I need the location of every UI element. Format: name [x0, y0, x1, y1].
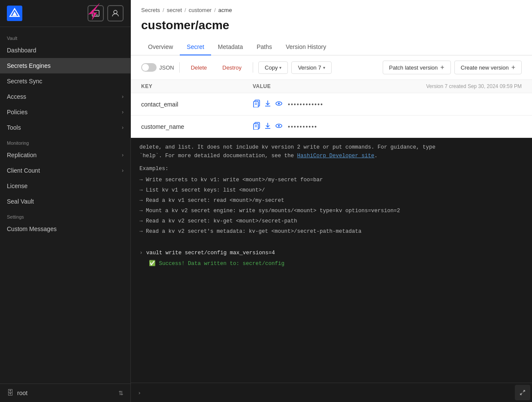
terminal-input-row: ›: [131, 383, 532, 402]
terminal-content: delete, and list. It does not include kv…: [131, 138, 532, 275]
settings-section-label: Settings: [0, 209, 130, 221]
sidebar-item-seal-vault[interactable]: Seal Vault: [0, 194, 130, 209]
copy-dropdown[interactable]: Copy ▾: [258, 61, 288, 74]
col-value-header: Value: [253, 83, 426, 89]
json-toggle[interactable]: [141, 63, 157, 72]
secret-value-customer-name: ••••••••••: [288, 123, 317, 130]
terminal-command-line: › vault write secret/config max_versions…: [139, 249, 523, 258]
table-header: Key Value Version 7 created Sep 30, 2024…: [131, 80, 532, 93]
main-panel: Secrets / secret / customer / acme custo…: [131, 0, 532, 402]
sidebar-item-client-count[interactable]: Client Count ›: [0, 163, 130, 178]
sidebar: Vault Dashboard Secrets Engines Secrets …: [0, 0, 131, 402]
secret-actions-customer-name: [253, 122, 283, 131]
toolbar: JSON Delete Destroy Copy ▾ Version 7 ▾ P…: [131, 55, 532, 80]
plus-icon: +: [511, 64, 515, 71]
page-title: customer/acme: [131, 15, 532, 39]
terminal-example-4: → Mount a kv v2 secret engine: write sys…: [139, 206, 523, 216]
hashicorp-dev-link[interactable]: HashiCorp Developer site: [297, 153, 375, 159]
chevron-right-icon: ›: [122, 94, 124, 100]
svg-point-13: [278, 103, 280, 104]
terminal-examples-label: Examples:: [139, 164, 523, 173]
delete-button[interactable]: Delete: [185, 62, 213, 73]
terminal-example-3: → Read a kv v1 secret: read <mount>/my-s…: [139, 195, 523, 206]
tab-overview[interactable]: Overview: [141, 39, 180, 55]
terminal-prompt-arrow: ›: [139, 249, 143, 258]
sidebar-item-custom-messages[interactable]: Custom Messages: [0, 221, 130, 237]
secret-key-contact-email: contact_email: [141, 101, 253, 108]
copy-secret-icon[interactable]: [253, 122, 260, 131]
terminal-intro-text: delete, and list. It does not include kv…: [139, 143, 523, 152]
sidebar-item-label-custom-messages: Custom Messages: [7, 225, 57, 232]
user-icon-button[interactable]: [107, 5, 124, 21]
breadcrumb-secret[interactable]: secret: [167, 7, 182, 13]
secret-row-contact-email: contact_email: [131, 93, 532, 116]
version-label: Version 7: [298, 64, 321, 71]
col-key-header: Key: [141, 83, 253, 89]
terminal-expand-button[interactable]: [515, 385, 530, 400]
sidebar-footer-label: root: [17, 390, 27, 396]
breadcrumb: Secrets / secret / customer / acme: [131, 0, 532, 15]
breadcrumb-secrets[interactable]: Secrets: [141, 7, 160, 13]
svg-point-21: [278, 125, 280, 127]
reveal-secret-icon[interactable]: [275, 122, 283, 131]
breadcrumb-sep-3: /: [214, 7, 216, 13]
sidebar-item-label-tools: Tools: [7, 124, 21, 131]
vault-logo: [7, 6, 22, 21]
secret-row-customer-name: customer_name: [131, 116, 532, 138]
sidebar-header: [0, 0, 130, 27]
patch-latest-version-button[interactable]: Patch latest version +: [383, 61, 451, 74]
terminal-success-message: Success! Data written to: secret/config: [159, 261, 285, 267]
terminal-example-1: → Write secrets to kv v1: write <mount>/…: [139, 175, 523, 185]
sidebar-item-access[interactable]: Access ›: [0, 89, 130, 104]
terminal-input[interactable]: [145, 385, 513, 400]
tab-paths[interactable]: Paths: [250, 39, 279, 55]
breadcrumb-customer[interactable]: customer: [189, 7, 212, 13]
terminal-icon-button[interactable]: [88, 5, 104, 21]
copy-secret-icon[interactable]: [253, 100, 260, 109]
download-secret-icon[interactable]: [264, 122, 272, 131]
sidebar-item-label-secrets-sync: Secrets Sync: [7, 78, 42, 85]
footer-expand-icon: ⇅: [118, 390, 124, 396]
tab-version-history[interactable]: Version History: [279, 39, 333, 55]
secret-key-customer-name: customer_name: [141, 123, 253, 130]
sidebar-item-replication[interactable]: Replication ›: [0, 147, 130, 163]
reveal-secret-icon[interactable]: [275, 100, 283, 109]
create-label: Create new version: [461, 64, 509, 71]
svg-rect-3: [92, 10, 99, 16]
sidebar-item-tools[interactable]: Tools ›: [0, 120, 130, 135]
chevron-right-icon: ›: [122, 125, 124, 131]
sidebar-item-secrets-engines[interactable]: Secrets Engines: [0, 58, 130, 73]
vault-section-label: Vault: [0, 30, 130, 43]
chevron-down-icon: ▾: [279, 65, 281, 70]
breadcrumb-sep-1: /: [163, 7, 164, 13]
sidebar-item-label-dashboard: Dashboard: [7, 47, 36, 54]
svg-point-5: [114, 10, 117, 14]
create-new-version-button[interactable]: Create new version +: [454, 61, 522, 74]
breadcrumb-sep-2: /: [184, 7, 186, 13]
tab-secret[interactable]: Secret: [180, 39, 211, 55]
sidebar-item-dashboard[interactable]: Dashboard: [0, 43, 130, 58]
sidebar-item-license[interactable]: License: [0, 178, 130, 194]
sidebar-item-label-seal-vault: Seal Vault: [7, 198, 34, 205]
tab-metadata[interactable]: Metadata: [211, 39, 250, 55]
json-toggle-wrap: JSON: [141, 63, 174, 72]
terminal-input-prompt-icon: ›: [131, 384, 145, 401]
sidebar-item-secrets-sync[interactable]: Secrets Sync: [0, 73, 130, 89]
chevron-right-icon: ›: [122, 152, 124, 158]
patch-label: Patch latest version: [389, 64, 438, 71]
sidebar-item-label-access: Access: [7, 93, 26, 100]
destroy-button[interactable]: Destroy: [216, 62, 248, 73]
copy-label: Copy: [265, 64, 278, 71]
json-toggle-label: JSON: [159, 64, 174, 71]
database-icon: 🗄: [7, 389, 14, 397]
download-secret-icon[interactable]: [264, 100, 272, 109]
toolbar-divider-2: [253, 62, 253, 73]
monitoring-section-label: Monitoring: [0, 135, 130, 147]
sidebar-item-label-replication: Replication: [7, 152, 36, 158]
sidebar-footer[interactable]: 🗄 root ⇅: [0, 384, 130, 402]
sidebar-nav: Vault Dashboard Secrets Engines Secrets …: [0, 27, 130, 384]
secret-value-contact-email: ••••••••••••: [288, 101, 323, 108]
sidebar-item-policies[interactable]: Policies ›: [0, 104, 130, 120]
tabs-bar: Overview Secret Metadata Paths Version H…: [131, 39, 532, 55]
version-dropdown[interactable]: Version 7 ▾: [291, 61, 331, 74]
